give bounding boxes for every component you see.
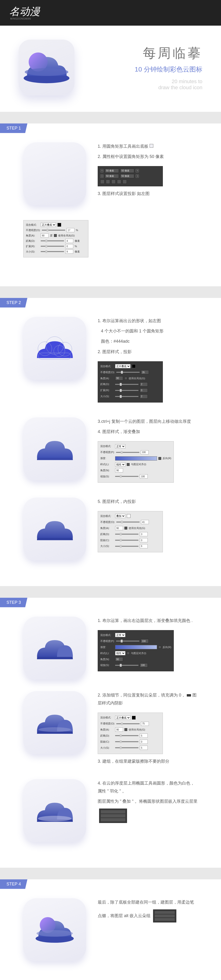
cloud-detail-icon [32, 706, 78, 739]
choke-input[interactable] [140, 538, 148, 542]
scale-input[interactable] [140, 474, 148, 479]
angle-input[interactable] [41, 234, 49, 238]
corner-br-input[interactable] [120, 174, 134, 178]
angle-input[interactable] [115, 526, 123, 530]
color-swatch[interactable] [57, 223, 61, 227]
icon-btn[interactable] [106, 180, 110, 184]
cloud-highlight-icon [32, 794, 78, 827]
corner-tl-input[interactable] [105, 169, 119, 173]
check[interactable] [127, 652, 129, 655]
slider[interactable] [115, 747, 139, 748]
link-icon[interactable]: ⎘ [100, 175, 104, 178]
link-icon[interactable]: ⎘ [136, 175, 139, 178]
dist-input[interactable] [140, 733, 148, 738]
color-swatch[interactable] [132, 364, 136, 368]
select[interactable]: 正片叠底 [115, 716, 131, 720]
global-light-check[interactable] [54, 234, 57, 237]
color-swatch[interactable] [127, 514, 131, 518]
scale-input[interactable] [140, 663, 148, 667]
color-swatch[interactable] [132, 716, 136, 719]
step-4-section: STEP 4 最后，除了底板全部建在同一组，建图层，用柔边笔点缀，将图层 alt… [0, 879, 221, 980]
spread-input[interactable] [65, 244, 73, 248]
svg-point-8 [38, 727, 71, 732]
opacity-input[interactable] [141, 639, 148, 643]
select[interactable]: 线性 [115, 651, 125, 655]
link-icon[interactable]: ⎘ [100, 169, 104, 172]
slider[interactable] [115, 476, 139, 477]
check[interactable] [125, 728, 127, 731]
step2-thumb-1 [23, 317, 86, 380]
link-icon[interactable]: ⎘ [136, 169, 139, 172]
slider[interactable] [116, 723, 140, 724]
angle-input[interactable] [115, 468, 123, 473]
corner-bl-input[interactable] [105, 174, 119, 178]
gradient-bar[interactable] [115, 645, 157, 649]
check[interactable] [158, 646, 161, 649]
dist-input[interactable] [140, 532, 148, 536]
slider[interactable] [115, 546, 139, 547]
corner-tr-input[interactable] [120, 169, 134, 173]
icon-btn[interactable] [123, 180, 127, 184]
blend-mode-select[interactable]: 正片叠底 [41, 223, 56, 227]
slider[interactable] [116, 641, 139, 641]
step-3-tab: STEP 3 [0, 598, 27, 607]
select[interactable]: 正常 [115, 633, 125, 637]
inner-shadow-panel-2[interactable]: 混合模式:正片叠底 不透明度(O): 角度(A): 使用全局光(G) 距离(D)… [98, 713, 163, 754]
step3-thumb-3 [23, 779, 86, 842]
icon-btn[interactable] [100, 180, 104, 184]
slider[interactable] [116, 372, 140, 373]
opacity-slider[interactable] [42, 230, 65, 231]
slider[interactable] [115, 665, 139, 666]
gradient-overlay-panel-2[interactable]: 混合模式:正常 不透明度(P): 渐变:反向(R) 样式(L):线性与图层对齐(… [98, 630, 174, 671]
size-input[interactable] [140, 544, 148, 548]
check[interactable] [127, 463, 129, 466]
select[interactable]: 叠加 [115, 514, 125, 518]
size-input[interactable] [140, 395, 148, 399]
gradient-bar[interactable] [115, 457, 157, 461]
size-slider[interactable] [41, 251, 64, 252]
slider[interactable] [115, 384, 139, 385]
slider[interactable] [115, 534, 139, 535]
cloud-icon [19, 40, 74, 95]
size-input[interactable] [65, 250, 73, 254]
slider[interactable] [115, 735, 139, 736]
icon-btn[interactable] [117, 180, 121, 184]
dist-input[interactable] [140, 382, 148, 387]
s2-r1-t3: 颜色：#444adc [98, 337, 198, 345]
choke-input[interactable] [140, 740, 148, 744]
distance-slider[interactable] [41, 240, 64, 241]
check[interactable] [125, 527, 127, 530]
opacity-input[interactable] [141, 722, 149, 726]
gradient-overlay-panel[interactable]: 混合模式:正常 不透明度(P): 渐变:反向(R) 样式(L):线性与图层对齐(… [98, 441, 174, 482]
opacity-input[interactable] [141, 370, 149, 374]
properties-panel[interactable]: ⎘⎘ ⎘⎘ [98, 166, 163, 186]
inner-shadow-panel[interactable]: 混合模式:叠加 不透明度(O): 角度(A): 使用全局光(G) 距离(D): … [98, 511, 163, 552]
spread-input[interactable] [140, 388, 148, 393]
angle-input[interactable] [115, 727, 123, 732]
opacity-input[interactable] [141, 520, 149, 524]
hero-text: 每周临摹 10 分钟绘制彩色云图标 20 minutes to draw the… [88, 45, 202, 91]
check[interactable] [125, 377, 127, 380]
step3-thumb-1 [23, 617, 86, 679]
opacity-input[interactable] [66, 228, 74, 232]
angle-input[interactable] [115, 657, 123, 661]
check[interactable] [158, 457, 161, 460]
slider[interactable] [116, 452, 139, 453]
slider[interactable] [115, 540, 139, 541]
slider[interactable] [115, 390, 139, 391]
select[interactable]: 线性 [115, 462, 125, 466]
size-input[interactable] [140, 746, 148, 750]
select[interactable]: 正常 [115, 444, 125, 449]
slider[interactable] [115, 741, 139, 742]
distance-input[interactable] [65, 239, 73, 243]
drop-shadow-panel-2[interactable]: 混合模式:正片叠底 不透明度(O): 角度(A): 使用全局光(G) 距离(D)… [98, 361, 163, 402]
opacity-input[interactable] [141, 450, 148, 455]
angle-input[interactable] [115, 376, 123, 380]
drop-shadow-panel[interactable]: 混合模式:正片叠底 不透明度(O):% 角度(A):度 使用全局光(G) 距离(… [23, 220, 88, 258]
blend-mode-select[interactable]: 正片叠底 [115, 364, 131, 368]
spread-slider[interactable] [41, 246, 64, 247]
lbl: 扩展(R): [26, 245, 39, 248]
icon-btn[interactable] [111, 180, 115, 184]
slider[interactable] [115, 396, 139, 397]
slider[interactable] [116, 522, 140, 522]
